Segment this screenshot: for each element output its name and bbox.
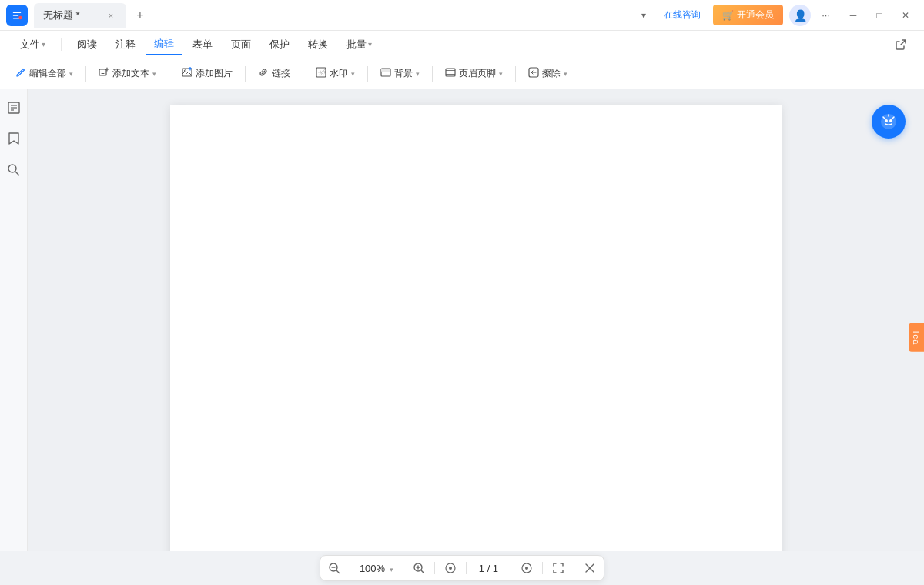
page-prev-button[interactable] (441, 559, 460, 577)
current-tab[interactable]: 无标题 * × (34, 3, 126, 28)
link-button[interactable]: 链接 (252, 63, 296, 84)
main-area: Tea (0, 89, 924, 585)
page-current: 1 (479, 563, 484, 574)
menubar: 文件 ▾ 阅读 注释 编辑 表单 页面 保护 转换 批量 ▾ (0, 31, 924, 58)
zoom-control: 100% ▾ 1 / 1 (320, 555, 604, 581)
add-text-icon (99, 67, 109, 80)
menu-comment-label: 注释 (116, 38, 136, 52)
svg-text:水印: 水印 (317, 69, 326, 76)
svg-rect-9 (446, 69, 455, 76)
tab-title: 无标题 * (43, 8, 80, 22)
toolbar: 编辑全部 ▾ 添加文本 ▾ 添加图片 (0, 58, 924, 89)
new-tab-button[interactable]: + (129, 5, 151, 26)
sidebar-search-icon[interactable] (5, 160, 23, 179)
menu-separator-1 (61, 38, 62, 51)
svg-point-32 (525, 567, 528, 570)
zoom-out-button[interactable] (325, 559, 343, 577)
zoom-sep-3 (434, 562, 435, 574)
zoom-in-button[interactable] (410, 559, 428, 577)
page-next-button[interactable] (517, 559, 536, 577)
menu-batch[interactable]: 批量 ▾ (339, 35, 380, 55)
edit-all-label: 编辑全部 (29, 67, 66, 80)
close-button[interactable]: ✕ (893, 3, 918, 28)
add-image-icon (182, 67, 192, 80)
menu-table[interactable]: 表单 (185, 35, 220, 55)
tab-close-button[interactable]: × (105, 9, 117, 22)
menu-read-label: 阅读 (77, 38, 97, 52)
menu-batch-arrow: ▾ (368, 40, 372, 48)
page-canvas (170, 105, 782, 567)
tab-area: 无标题 * × + (34, 3, 636, 28)
vip-button[interactable]: 🛒 开通会员 (713, 5, 783, 25)
header-footer-label: 页眉页脚 (459, 67, 496, 80)
background-arrow: ▾ (416, 70, 420, 78)
external-link-button[interactable] (890, 34, 912, 55)
header-footer-icon (445, 67, 456, 80)
erase-icon (528, 67, 539, 80)
menu-convert[interactable]: 转换 (300, 35, 336, 55)
zoom-value[interactable]: 100% ▾ (357, 563, 397, 574)
more-button[interactable]: ··· (817, 6, 835, 24)
add-image-button[interactable]: 添加图片 (176, 63, 239, 84)
add-text-label: 添加文本 (112, 67, 149, 80)
minimize-button[interactable]: ─ (841, 3, 865, 28)
erase-label: 擦除 (542, 67, 561, 80)
menu-file-label: 文件 (20, 38, 40, 52)
edit-all-arrow: ▾ (69, 70, 73, 78)
edit-all-icon (15, 67, 26, 80)
close-bar-button[interactable] (581, 559, 599, 577)
background-label: 背景 (394, 67, 413, 80)
svg-point-21 (889, 119, 892, 122)
watermark-button[interactable]: 水印 水印 ▾ (310, 63, 361, 84)
right-sidebar-label: Tea (912, 329, 921, 346)
menu-comment[interactable]: 注释 (108, 35, 143, 55)
ai-assistant-button[interactable] (872, 105, 906, 139)
toolbar-sep-1 (85, 66, 86, 82)
sidebar-bookmarks-icon[interactable] (5, 129, 23, 148)
zoom-sep-7 (574, 562, 574, 574)
zoom-dropdown-arrow: ▾ (390, 566, 393, 573)
toolbar-sep-7 (515, 66, 516, 82)
content-area[interactable]: Tea (28, 89, 924, 585)
right-sidebar-tab[interactable]: Tea (909, 323, 924, 352)
fullscreen-button[interactable] (549, 559, 567, 577)
page-total: 1 (493, 563, 498, 574)
link-icon (258, 67, 269, 80)
zoom-sep-1 (350, 562, 350, 574)
sidebar (0, 89, 28, 585)
zoom-percent: 100% (360, 563, 385, 574)
erase-button[interactable]: 擦除 ▾ (522, 63, 574, 84)
menubar-right (890, 34, 912, 55)
svg-point-30 (449, 567, 452, 570)
consult-button[interactable]: 在线咨询 (658, 5, 707, 25)
titlebar-right: ▾ 在线咨询 🛒 开通会员 👤 ··· ─ □ ✕ (636, 3, 918, 28)
window-controls: ─ □ ✕ (841, 3, 918, 28)
menu-read[interactable]: 阅读 (69, 35, 105, 55)
edit-all-button[interactable]: 编辑全部 ▾ (9, 63, 79, 84)
menu-edit-label: 编辑 (154, 37, 174, 51)
menu-page[interactable]: 页面 (223, 35, 259, 55)
header-footer-button[interactable]: 页眉页脚 ▾ (439, 63, 509, 84)
menu-file[interactable]: 文件 ▾ (12, 35, 53, 55)
maximize-button[interactable]: □ (867, 3, 892, 28)
svg-point-17 (8, 165, 16, 172)
zoom-sep-6 (542, 562, 543, 574)
menu-edit[interactable]: 编辑 (146, 34, 182, 55)
tab-dropdown-button[interactable]: ▾ (636, 8, 651, 23)
menu-convert-label: 转换 (308, 38, 328, 52)
background-button[interactable]: 背景 ▾ (374, 63, 426, 84)
menu-protect[interactable]: 保护 (262, 35, 297, 55)
header-footer-arrow: ▾ (499, 70, 503, 78)
erase-arrow: ▾ (564, 70, 567, 78)
sidebar-pages-icon[interactable] (5, 99, 23, 117)
toolbar-sep-2 (169, 66, 169, 82)
zoom-sep-2 (403, 562, 403, 574)
add-text-button[interactable]: 添加文本 ▾ (92, 63, 162, 84)
zoom-sep-5 (511, 562, 511, 574)
titlebar: 无标题 * × + ▾ 在线咨询 🛒 开通会员 👤 ··· ─ □ ✕ (0, 0, 924, 31)
toolbar-sep-5 (367, 66, 368, 82)
avatar[interactable]: 👤 (789, 5, 811, 26)
svg-point-20 (885, 119, 888, 122)
menu-page-label: 页面 (231, 38, 251, 52)
watermark-label: 水印 (330, 67, 348, 80)
